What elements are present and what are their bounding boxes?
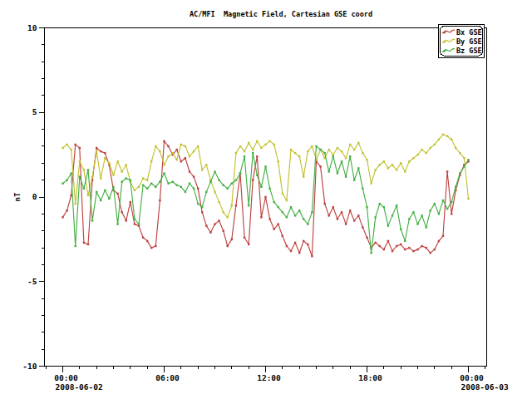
data-point-marker <box>108 198 110 200</box>
data-point-marker <box>400 229 401 230</box>
data-point-marker <box>294 152 296 154</box>
data-point-marker <box>193 150 195 152</box>
data-point-marker <box>349 155 351 157</box>
data-point-marker <box>75 245 76 247</box>
data-point-marker <box>408 218 410 219</box>
data-point-marker <box>430 209 431 211</box>
data-point-marker <box>108 162 110 164</box>
data-point-marker <box>252 149 254 150</box>
data-point-marker <box>366 237 367 239</box>
data-point-marker <box>201 211 203 213</box>
x-tick-label: 00:00 <box>54 373 78 382</box>
data-point-marker <box>104 190 106 191</box>
data-point-marker <box>121 170 123 172</box>
data-point-marker <box>416 249 418 250</box>
data-point-marker <box>176 159 178 160</box>
y-tick-label: -10 <box>22 362 37 371</box>
x-tick-label: 06:00 <box>155 373 180 382</box>
data-point-marker <box>218 219 219 221</box>
data-point-marker <box>167 155 169 157</box>
data-point-marker <box>223 211 224 213</box>
data-point-marker <box>155 186 156 188</box>
data-point-marker <box>167 183 169 185</box>
data-point-marker <box>357 167 359 169</box>
data-point-marker <box>189 170 190 172</box>
data-point-marker <box>71 195 72 196</box>
data-point-marker <box>345 157 347 159</box>
data-point-marker <box>268 188 270 190</box>
data-point-marker <box>412 250 414 252</box>
data-point-marker <box>396 245 397 247</box>
data-point-marker <box>66 180 67 181</box>
data-point-marker <box>189 155 190 157</box>
data-point-marker <box>286 200 288 201</box>
data-point-marker <box>205 224 207 226</box>
data-point-marker <box>96 150 97 152</box>
data-point-marker <box>189 183 190 185</box>
data-point-marker <box>134 218 135 219</box>
data-point-marker <box>400 244 401 245</box>
data-point-marker <box>116 223 118 224</box>
data-point-marker <box>159 200 160 201</box>
y-tick-label: 5 <box>32 107 37 116</box>
data-point-marker <box>273 144 275 145</box>
data-point-marker <box>260 147 262 149</box>
data-point-marker <box>134 190 135 191</box>
data-point-marker <box>459 172 461 174</box>
data-point-marker <box>180 186 182 188</box>
data-point-marker <box>62 183 63 185</box>
data-point-marker <box>209 181 211 183</box>
data-point-marker <box>438 213 440 214</box>
data-point-marker <box>337 172 338 174</box>
data-point-marker <box>328 214 330 216</box>
data-point-marker <box>159 181 160 183</box>
data-point-marker <box>337 218 338 219</box>
data-point-marker <box>290 250 292 252</box>
series-by <box>62 134 469 219</box>
data-point-marker <box>332 154 334 155</box>
data-point-marker <box>138 186 140 188</box>
data-point-marker <box>256 155 258 157</box>
data-point-marker <box>142 237 144 239</box>
data-point-marker <box>150 160 152 162</box>
data-point-marker <box>278 160 279 162</box>
data-point-marker <box>341 150 342 152</box>
data-point-marker <box>353 149 355 150</box>
data-point-marker <box>311 145 313 147</box>
data-point-marker <box>467 198 469 200</box>
data-point-marker <box>146 180 148 181</box>
legend-label: Bz GSE <box>456 47 482 55</box>
data-point-marker <box>379 164 381 165</box>
magnetic-field-plot: AC/MFI Magnetic Field, Cartesian GSE coo… <box>0 0 532 399</box>
data-series <box>62 134 469 258</box>
data-point-marker <box>446 208 448 209</box>
data-point-marker <box>112 186 114 188</box>
data-point-marker <box>235 180 237 181</box>
data-point-marker <box>412 157 414 159</box>
data-point-marker <box>404 249 406 250</box>
data-point-marker <box>383 160 385 162</box>
data-point-marker <box>307 150 308 152</box>
x-date-label: 2008-06-03 <box>461 382 508 392</box>
data-point-marker <box>252 180 254 181</box>
data-point-marker <box>375 216 377 218</box>
data-point-marker <box>66 144 67 145</box>
series-line <box>63 146 469 253</box>
data-point-marker <box>248 142 249 144</box>
data-point-marker <box>126 219 127 221</box>
data-point-marker <box>185 191 186 193</box>
data-point-marker <box>79 175 81 177</box>
data-point-marker <box>286 245 288 247</box>
data-point-marker <box>116 160 118 162</box>
data-point-marker <box>248 244 249 245</box>
data-point-marker <box>286 216 288 218</box>
data-point-marker <box>264 196 266 198</box>
data-point-marker <box>79 160 81 162</box>
data-point-marker <box>197 145 199 147</box>
data-point-marker <box>430 252 431 254</box>
data-point-marker <box>83 169 85 170</box>
data-point-marker <box>231 239 233 240</box>
data-point-marker <box>421 149 422 150</box>
data-point-marker <box>455 147 456 149</box>
data-point-marker <box>83 188 85 190</box>
